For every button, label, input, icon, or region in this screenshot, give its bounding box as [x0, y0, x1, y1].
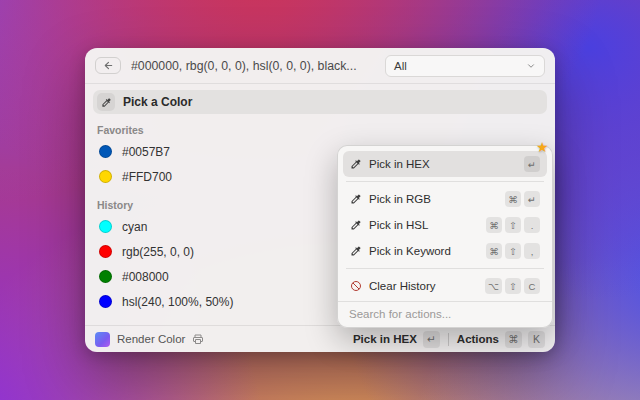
favorite-star-icon: ★ [536, 140, 549, 154]
header: #000000, rbg(0, 0, 0), hsl(0, 0, 0), bla… [85, 48, 555, 84]
eyedropper-icon [350, 245, 362, 257]
primary-action-button[interactable]: Pick in HEX [353, 333, 417, 345]
menu-divider [346, 268, 544, 269]
actions-search [338, 301, 552, 327]
menu-item-label: Pick in RGB [369, 193, 498, 205]
actions-search-input[interactable] [349, 308, 541, 320]
menu-item-label: Pick in Keyword [369, 245, 479, 257]
filter-dropdown-value: All [394, 60, 407, 72]
list-item-label: rgb(255, 0, 0) [122, 245, 194, 259]
list-item-label: hsl(240, 100%, 50%) [122, 295, 233, 309]
key-badge: ↵ [524, 156, 540, 172]
key-badge: ⇧ [505, 243, 521, 259]
circle-slash-icon [350, 280, 362, 292]
key-badge: , [524, 243, 540, 259]
desktop-background: #000000, rbg(0, 0, 0), hsl(0, 0, 0), bla… [0, 0, 640, 400]
color-swatch [99, 245, 112, 258]
key-badge: ⇧ [505, 217, 521, 233]
favorites-section-label: Favorites [97, 124, 547, 136]
list-item-label: cyan [122, 220, 147, 234]
menu-item-clear-history[interactable]: Clear History ⌥ ⇧ C [343, 273, 547, 299]
back-button[interactable] [95, 57, 121, 74]
color-swatch [99, 295, 112, 308]
key-badge: K [528, 331, 545, 348]
menu-item-pick-in-hsl[interactable]: Pick in HSL ⌘ ⇧ . [343, 212, 547, 238]
pick-a-color-label: Pick a Color [123, 95, 192, 109]
key-badge: ⌘ [505, 331, 522, 348]
key-badge: . [524, 217, 540, 233]
list-item-label: #008000 [122, 270, 169, 284]
color-swatch [99, 270, 112, 283]
menu-item-label: Pick in HEX [369, 158, 517, 170]
eyedropper-icon [350, 158, 362, 170]
key-badge: ↵ [423, 331, 440, 348]
key-badge: ⌘ [486, 243, 502, 259]
key-badge: ⇧ [505, 278, 521, 294]
color-swatch [99, 170, 112, 183]
menu-item-pick-in-keyword[interactable]: Pick in Keyword ⌘ ⇧ , [343, 238, 547, 264]
pick-a-color-row[interactable]: Pick a Color [93, 90, 547, 114]
chevron-down-icon [526, 61, 536, 71]
key-badge: ⌘ [486, 217, 502, 233]
key-badge: ⌥ [485, 278, 502, 294]
extension-icon [95, 332, 110, 347]
list-item-label: #0057B7 [122, 145, 170, 159]
footer-divider [448, 333, 449, 346]
menu-item-label: Pick in HSL [369, 219, 479, 231]
menu-item-pick-in-rgb[interactable]: Pick in RGB ⌘ ↵ [343, 186, 547, 212]
printer-icon [192, 333, 204, 345]
list-item-label: #FFD700 [122, 170, 172, 184]
actions-button[interactable]: Actions [457, 333, 499, 345]
color-swatch [99, 145, 112, 158]
search-query-text: #000000, rbg(0, 0, 0), hsl(0, 0, 0), bla… [131, 59, 385, 73]
key-badge: C [524, 278, 540, 294]
color-swatch [99, 220, 112, 233]
eyedropper-icon [97, 93, 115, 111]
actions-menu: Pick in HEX ↵ Pick in RGB ⌘ ↵ [337, 145, 553, 328]
arrow-left-icon [103, 60, 114, 71]
extension-name: Render Color [117, 333, 185, 345]
key-badge: ⌘ [505, 191, 521, 207]
filter-dropdown[interactable]: All [385, 55, 545, 77]
eyedropper-icon [350, 219, 362, 231]
menu-item-label: Clear History [369, 280, 478, 292]
eyedropper-icon [350, 193, 362, 205]
color-picker-window: #000000, rbg(0, 0, 0), hsl(0, 0, 0), bla… [85, 48, 555, 352]
footer: Render Color Pick in HEX ↵ Actions ⌘ K [85, 325, 555, 352]
menu-divider [346, 181, 544, 182]
key-badge: ↵ [524, 191, 540, 207]
menu-item-pick-in-hex[interactable]: Pick in HEX ↵ [343, 151, 547, 177]
